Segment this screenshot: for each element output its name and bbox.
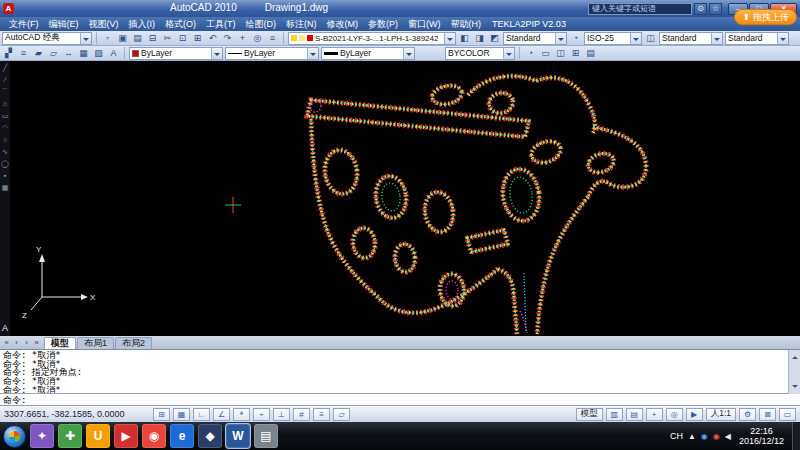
text-style-combo[interactable]: Standard bbox=[503, 32, 567, 45]
undo-icon[interactable]: ↶ bbox=[206, 32, 219, 45]
taskbar-app-purple[interactable]: ✦ bbox=[30, 424, 54, 448]
chevron-down-icon[interactable] bbox=[211, 48, 222, 59]
table-icon[interactable]: ▦ bbox=[77, 47, 90, 60]
tool-c-icon[interactable]: ◫ bbox=[554, 47, 567, 60]
match-properties-icon[interactable]: ▰ bbox=[32, 47, 45, 60]
prev-tab-icon[interactable]: ‹ bbox=[12, 338, 21, 347]
text-tool-icon[interactable]: A bbox=[2, 325, 8, 332]
menu-draw[interactable]: 绘图(D) bbox=[241, 17, 282, 31]
menu-dimension[interactable]: 标注(N) bbox=[281, 17, 322, 31]
lineweight-combo[interactable]: ByLayer bbox=[321, 47, 415, 60]
snap-toggle[interactable]: ⊞ bbox=[153, 408, 170, 421]
qp-toggle[interactable]: ▱ bbox=[333, 408, 350, 421]
layer-previous-icon[interactable]: ◩ bbox=[488, 32, 501, 45]
menu-view[interactable]: 视图(V) bbox=[84, 17, 124, 31]
table-style-combo[interactable]: Standard bbox=[659, 32, 723, 45]
volume-icon[interactable]: ◀ bbox=[725, 432, 731, 441]
rectangle-icon[interactable]: ▭ bbox=[2, 112, 9, 119]
hatch-icon[interactable]: ▨ bbox=[92, 47, 105, 60]
ortho-toggle[interactable]: ∟ bbox=[193, 408, 210, 421]
arc-icon[interactable]: ◠ bbox=[2, 124, 8, 131]
taskbar-app-uu[interactable]: U bbox=[86, 424, 110, 448]
menu-file[interactable]: 文件(F) bbox=[4, 17, 44, 31]
quick-view-layouts-icon[interactable]: ▥ bbox=[606, 408, 623, 421]
open-icon[interactable]: ▣ bbox=[116, 32, 129, 45]
measure-icon[interactable]: ↔ bbox=[62, 47, 75, 60]
quick-view-drawings-icon[interactable]: ▤ bbox=[626, 408, 643, 421]
next-tab-icon[interactable]: › bbox=[22, 338, 31, 347]
taskbar-app-blue[interactable]: e bbox=[170, 424, 194, 448]
draw-order-icon[interactable]: ▞ bbox=[2, 47, 15, 60]
tray-red-icon[interactable]: ◉ bbox=[713, 432, 720, 441]
save-icon[interactable]: ▤ bbox=[131, 32, 144, 45]
chevron-down-icon[interactable] bbox=[555, 33, 566, 44]
color-combo[interactable]: ByLayer bbox=[129, 47, 223, 60]
hidden-icons-icon[interactable]: ▲ bbox=[688, 432, 696, 441]
construction-line-icon[interactable]: ∕ bbox=[4, 76, 5, 83]
properties-icon[interactable]: ≡ bbox=[266, 32, 279, 45]
ducs-toggle[interactable]: ⊥ bbox=[273, 408, 290, 421]
taskbar-app-red[interactable]: ▶ bbox=[114, 424, 138, 448]
polar-toggle[interactable]: ∠ bbox=[213, 408, 230, 421]
osnap-toggle[interactable]: ⌖ bbox=[233, 408, 250, 421]
tray-blue-icon[interactable]: ◉ bbox=[701, 432, 708, 441]
lwt-toggle[interactable]: ≡ bbox=[313, 408, 330, 421]
dim-style-icon[interactable]: ◔ bbox=[569, 32, 582, 45]
polygon-icon[interactable]: ⌂ bbox=[3, 100, 7, 107]
clean-screen-icon[interactable]: ▭ bbox=[779, 408, 796, 421]
toolbar-lock-icon[interactable]: ⊠ bbox=[759, 408, 776, 421]
cut-icon[interactable]: ✂ bbox=[161, 32, 174, 45]
layer-combo[interactable]: S-B2021-LYF-3-...1-LPH-1-389242 bbox=[288, 32, 456, 45]
dim-style-combo[interactable]: ISO-25 bbox=[584, 32, 642, 45]
tool-d-icon[interactable]: ⊞ bbox=[569, 47, 582, 60]
new-icon[interactable]: ▫ bbox=[101, 32, 114, 45]
grid-toggle[interactable]: ▦ bbox=[173, 408, 190, 421]
chevron-down-icon[interactable] bbox=[630, 33, 641, 44]
zoom-icon[interactable]: ◎ bbox=[251, 32, 264, 45]
copy-icon[interactable]: ⊡ bbox=[176, 32, 189, 45]
tool-b-icon[interactable]: ▭ bbox=[539, 47, 552, 60]
upload-overlay-button[interactable]: ⬆ 拖拽上传 bbox=[734, 9, 797, 25]
text-icon[interactable]: A bbox=[107, 47, 120, 60]
workspace-combo[interactable]: AutoCAD 经典 bbox=[2, 32, 92, 45]
menu-window[interactable]: 窗口(W) bbox=[403, 17, 446, 31]
pan-icon[interactable]: + bbox=[236, 32, 249, 45]
table-style-icon[interactable]: ◫ bbox=[644, 32, 657, 45]
start-button[interactable] bbox=[3, 425, 26, 448]
tool-e-icon[interactable]: ▤ bbox=[584, 47, 597, 60]
menu-insert[interactable]: 插入(I) bbox=[124, 17, 161, 31]
layer-states-icon[interactable]: ◧ bbox=[458, 32, 471, 45]
language-indicator[interactable]: CH bbox=[670, 431, 683, 441]
show-desktop-button[interactable] bbox=[792, 422, 800, 450]
pan-status-icon[interactable]: + bbox=[646, 408, 663, 421]
first-tab-icon[interactable]: « bbox=[2, 338, 11, 347]
chevron-down-icon[interactable] bbox=[711, 33, 722, 44]
menu-format[interactable]: 格式(O) bbox=[160, 17, 201, 31]
menu-modify[interactable]: 修改(M) bbox=[322, 17, 364, 31]
dyn-toggle[interactable]: # bbox=[293, 408, 310, 421]
menu-plugin-tekla[interactable]: TEKLA2PIP V2.03 bbox=[492, 19, 566, 29]
block-icon[interactable]: ▱ bbox=[47, 47, 60, 60]
redo-icon[interactable]: ↷ bbox=[221, 32, 234, 45]
plot-icon[interactable]: ⊟ bbox=[146, 32, 159, 45]
taskbar-app-browser[interactable]: ◉ bbox=[142, 424, 166, 448]
chevron-down-icon[interactable] bbox=[503, 48, 514, 59]
plot-style-combo[interactable]: BYCOLOR bbox=[445, 47, 515, 60]
tool-a-icon[interactable]: ◔ bbox=[524, 47, 537, 60]
workspace-gear-icon[interactable]: ⚙ bbox=[739, 408, 756, 421]
search-icon[interactable]: ⊙ bbox=[694, 3, 707, 15]
otrack-toggle[interactable]: ⌁ bbox=[253, 408, 270, 421]
point-icon[interactable]: ▪ bbox=[4, 172, 6, 179]
taskbar-clock[interactable]: 22:16 2016/12/12 bbox=[736, 426, 787, 446]
annotation-scale-button[interactable]: 人1:1 bbox=[706, 408, 736, 421]
spline-icon[interactable]: ∿ bbox=[2, 148, 8, 155]
taskbar-app-word[interactable]: W bbox=[226, 424, 250, 448]
circle-icon[interactable]: ○ bbox=[3, 136, 7, 143]
chevron-down-icon[interactable] bbox=[80, 33, 91, 44]
zoom-status-icon[interactable]: ◎ bbox=[666, 408, 683, 421]
menu-parametric[interactable]: 参数(P) bbox=[363, 17, 403, 31]
command-scrollbar[interactable] bbox=[788, 350, 800, 394]
chevron-down-icon[interactable] bbox=[307, 48, 318, 59]
cad-drawing[interactable]: Y X Z bbox=[0, 61, 800, 336]
taskbar-app-gray[interactable]: ▤ bbox=[254, 424, 278, 448]
